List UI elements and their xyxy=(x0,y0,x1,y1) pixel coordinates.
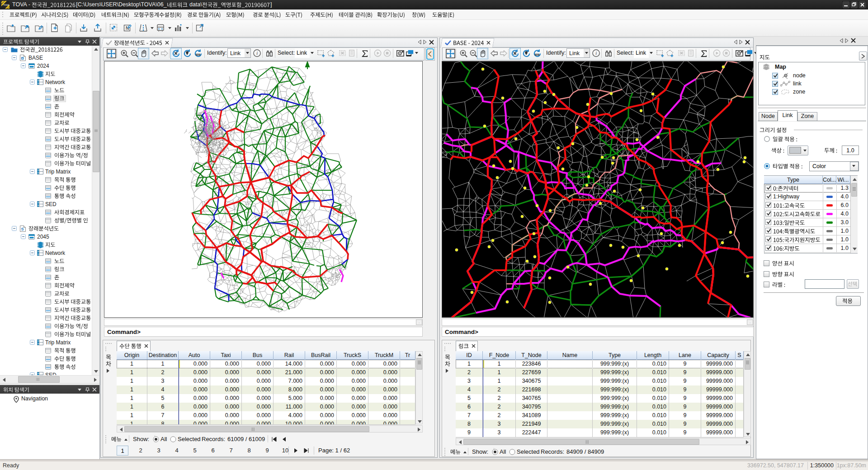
svg-text:i: i xyxy=(595,51,597,56)
svg-text:TOVA: TOVA xyxy=(3,4,9,6)
svg-text:i: i xyxy=(256,51,258,56)
svg-text:S: S xyxy=(21,227,24,231)
svg-text:B: B xyxy=(21,56,24,61)
